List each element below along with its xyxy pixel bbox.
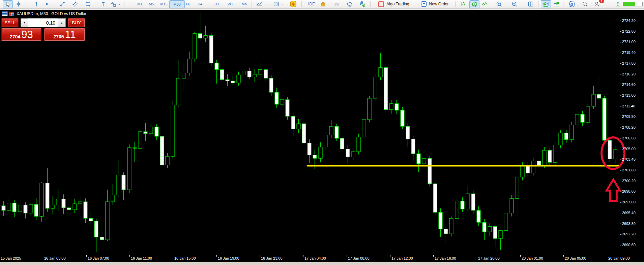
indicators-dropdown[interactable]: ▾ xyxy=(281,0,285,8)
time-axis-label: 16 Jan 07:00 xyxy=(88,256,109,260)
tf-m1[interactable]: M1 xyxy=(134,0,146,8)
candle xyxy=(127,148,131,190)
search-icon xyxy=(582,1,588,7)
price-axis-label: 2695.40 xyxy=(622,211,636,215)
zoom-out-button[interactable] xyxy=(510,0,519,8)
toolbar-divider xyxy=(0,9,644,10)
candle xyxy=(351,152,355,157)
screenshot-button[interactable] xyxy=(567,0,577,8)
chart-type-button[interactable] xyxy=(255,0,264,8)
volume-input[interactable]: 0.10 xyxy=(28,19,58,27)
fibonacci-tool[interactable] xyxy=(84,0,92,8)
text-tool[interactable]: T xyxy=(99,0,107,8)
tf-d1[interactable]: D1 xyxy=(211,0,223,8)
candlestick-chart xyxy=(0,0,644,265)
signals-button[interactable]: ((o)) xyxy=(331,0,342,8)
vertical-line-tool[interactable] xyxy=(32,0,40,8)
chart-type-dropdown[interactable]: ▾ xyxy=(264,0,268,8)
shapes-dropdown[interactable]: ▾ xyxy=(118,0,121,8)
vline-icon xyxy=(33,1,39,7)
price-axis-label: 2705.00 xyxy=(622,147,636,151)
bar-chart-mode[interactable] xyxy=(459,0,467,8)
tf-m5[interactable]: M5 xyxy=(146,0,157,8)
chart-save-icon[interactable] xyxy=(9,12,14,16)
time-axis-label: 17 Jan 08:00 xyxy=(348,256,370,260)
cursor-tool[interactable] xyxy=(3,0,13,8)
price-axis-label: 2701.80 xyxy=(622,168,636,172)
candle xyxy=(122,175,125,190)
buy-button[interactable]: BUY xyxy=(68,18,85,27)
chart-title-row: XAUUSD.m, M30: GOLD vs US Dollar xyxy=(2,11,86,16)
sell-button[interactable]: SELL xyxy=(1,18,19,27)
candle xyxy=(379,68,382,77)
search-button[interactable] xyxy=(581,0,589,8)
crosshair-tool[interactable] xyxy=(14,0,23,8)
connection-progress[interactable] xyxy=(623,0,643,8)
price-axis-label: 2716.20 xyxy=(622,72,636,76)
candle xyxy=(89,219,93,221)
volume-stepper: ▾ 0.10 ▴ xyxy=(21,18,66,27)
channel-tool[interactable] xyxy=(71,0,80,8)
tf-mn[interactable]: MN xyxy=(239,0,250,8)
shapes-tool[interactable] xyxy=(109,0,117,8)
volume-increase-button[interactable]: ▴ xyxy=(58,19,65,27)
candle xyxy=(564,133,568,140)
price-axis-label: 2709.80 xyxy=(622,114,636,119)
algo-trading-toggle[interactable]: Algo Trading xyxy=(374,0,413,8)
zoomin-icon xyxy=(496,1,502,7)
candle-chart-mode[interactable] xyxy=(469,0,479,8)
price-axis-label: 2724.20 xyxy=(622,19,636,23)
indicators-button[interactable] xyxy=(272,0,281,8)
candle xyxy=(12,203,16,212)
ide-button[interactable]: IDE xyxy=(305,0,318,8)
depth-of-market-icon[interactable] xyxy=(2,11,8,16)
shiftright-icon xyxy=(543,1,549,7)
chart-title: XAUUSD.m, M30: GOLD vs US Dollar xyxy=(17,11,86,16)
candle xyxy=(187,59,191,73)
volume-decrease-button[interactable]: ▾ xyxy=(21,19,28,27)
tf-w1[interactable]: W1 xyxy=(225,0,236,8)
market-button[interactable] xyxy=(319,0,327,8)
candle xyxy=(428,158,432,184)
tf-h4[interactable]: H4 xyxy=(194,0,206,8)
candle xyxy=(488,227,492,232)
new-order-button[interactable]: +New Order xyxy=(417,0,452,8)
line-chart-mode[interactable] xyxy=(480,0,489,8)
currency-button[interactable]: $ xyxy=(290,0,297,8)
tf-h1[interactable]: H1 xyxy=(183,0,194,8)
fibo-icon xyxy=(85,1,91,7)
sell-quote[interactable]: 2704 93 xyxy=(1,28,41,41)
chartline-icon xyxy=(256,1,262,7)
candle xyxy=(226,79,229,81)
vps-button[interactable] xyxy=(358,0,367,8)
bars-icon xyxy=(460,1,466,7)
candle xyxy=(40,183,43,217)
time-axis-label: 20 Jan 05:00 xyxy=(565,256,586,260)
profile-button[interactable]: 1 xyxy=(593,0,601,8)
price-axis-label: 2717.80 xyxy=(622,61,636,65)
one-click-trading-panel: SELL ▾ 0.10 ▴ BUY 2704 93 2705 11 xyxy=(1,18,85,41)
candle xyxy=(242,71,246,75)
tf-m15[interactable]: M15 xyxy=(157,0,171,8)
candle xyxy=(346,149,350,157)
levels-button[interactable]: ⇧LVL xyxy=(614,0,622,8)
candle xyxy=(340,138,344,149)
candle xyxy=(455,201,459,219)
horizontal-line-tool[interactable] xyxy=(44,0,52,8)
auto-scroll-button[interactable] xyxy=(552,0,561,8)
shift-end-button[interactable] xyxy=(541,0,551,8)
tile-windows-button[interactable] xyxy=(526,0,535,8)
toolbar-separator xyxy=(455,1,456,7)
buy-quote[interactable]: 2705 11 xyxy=(44,28,85,41)
trendline-tool[interactable] xyxy=(58,0,67,8)
window-bottom-edge xyxy=(0,262,644,265)
zoom-in-button[interactable] xyxy=(494,0,504,8)
candle xyxy=(319,147,322,159)
candle xyxy=(373,77,377,98)
levels-icon: ⇧LVL xyxy=(616,1,620,7)
cloud-button[interactable] xyxy=(345,0,354,8)
candle xyxy=(543,151,546,165)
price-axis-label: 2719.40 xyxy=(622,51,636,55)
candle xyxy=(78,202,82,204)
candle xyxy=(220,70,224,80)
